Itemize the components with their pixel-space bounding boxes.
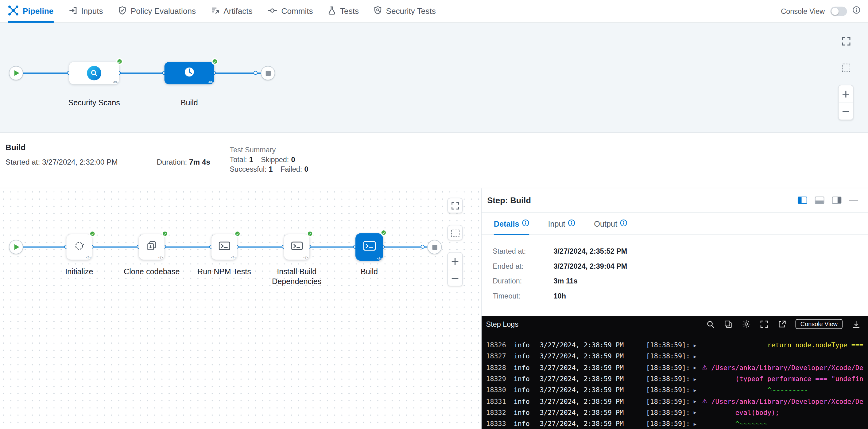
tab-output[interactable]: Output <box>594 213 627 234</box>
log-expand-arrow[interactable]: ▸ <box>694 421 702 427</box>
warning-icon: ⚠ <box>702 398 711 405</box>
detail-row: Ended at: 3/27/2024, 2:39:04 PM <box>493 262 868 270</box>
stage-node-label: Build <box>153 97 225 107</box>
stage-edge <box>23 72 261 74</box>
tab-policy-evaluations[interactable]: Policy Evaluations <box>118 0 196 22</box>
download-icon[interactable] <box>852 320 860 328</box>
tab-commits[interactable]: Commits <box>267 0 313 22</box>
marquee-icon <box>842 64 850 72</box>
success-check-icon: ✓ <box>307 230 313 237</box>
step-node-initialize[interactable]: ✓ </> <box>66 234 92 260</box>
layout-right-panel-icon[interactable] <box>832 196 842 204</box>
success-check-icon: ✓ <box>162 230 168 237</box>
marquee-select-button[interactable] <box>447 225 463 240</box>
log-expand-arrow[interactable]: ▸ <box>694 398 702 404</box>
log-expand-arrow[interactable]: ▸ <box>694 342 702 348</box>
log-expand-arrow[interactable]: ▸ <box>694 387 702 393</box>
fullscreen-icon[interactable] <box>760 320 768 328</box>
tab-input[interactable]: Input <box>548 213 575 234</box>
marquee-select-button[interactable] <box>840 62 851 73</box>
stage-title: Build <box>5 143 26 152</box>
search-icon[interactable] <box>706 320 715 328</box>
tab-label: Input <box>548 219 565 228</box>
external-link-icon[interactable] <box>778 320 786 328</box>
code-glyph: </> <box>231 255 235 259</box>
settings-gear-icon[interactable] <box>742 320 751 329</box>
step-node-label: Initialize <box>43 267 115 276</box>
terminal-icon <box>363 240 375 254</box>
step-panel-title: Step: Build <box>487 195 531 205</box>
detail-row: Timeout: 10h <box>493 292 868 300</box>
stop-icon <box>266 71 270 75</box>
info-icon[interactable] <box>568 219 575 228</box>
fullscreen-button[interactable] <box>447 198 463 213</box>
copy-icon[interactable] <box>724 320 732 328</box>
started-at: Started at: 3/27/2024, 2:32:00 PM <box>5 158 118 166</box>
tests-icon <box>328 6 336 16</box>
step-graph-canvas: ✓ </> Initialize ✓ </> Clone codebase ✓ … <box>0 188 482 429</box>
zoom-in-button[interactable] <box>448 252 462 270</box>
stage-node-security-scans[interactable]: ✓ </> <box>69 62 119 84</box>
console-view-button[interactable]: Console View <box>796 319 842 329</box>
tab-label: Artifacts <box>223 7 252 16</box>
log-expand-arrow[interactable]: ▸ <box>694 410 702 416</box>
zoom-in-button[interactable] <box>839 85 853 102</box>
tab-details[interactable]: Details <box>494 213 529 234</box>
nav-right-controls: Console View <box>781 6 860 16</box>
log-row: 18327info3/27/2024, 2:38:59 PM[18:38:59]… <box>482 351 868 362</box>
terminal-icon <box>219 241 230 253</box>
zoom-out-button[interactable] <box>448 270 462 287</box>
info-icon[interactable] <box>852 6 860 16</box>
tab-pipeline[interactable]: Pipeline <box>8 0 53 22</box>
layout-bottom-panel-icon[interactable] <box>815 196 825 204</box>
tab-label: Tests <box>340 7 359 16</box>
panel-layout-controls: — <box>798 196 858 204</box>
fullscreen-button[interactable] <box>840 35 851 47</box>
app-root: Pipeline Inputs Policy Evaluations Artif… <box>0 0 868 429</box>
log-row: 18331info3/27/2024, 2:38:59 PM[18:38:59]… <box>482 396 868 407</box>
test-summary-row: Successful:1Failed:0 <box>229 164 316 175</box>
step-details-panel: Step: Build — Details Input Output <box>482 188 868 429</box>
stop-icon <box>432 244 437 249</box>
code-glyph: </> <box>86 255 90 259</box>
step-node-clone-codebase[interactable]: ✓ </> <box>139 234 164 260</box>
log-expand-arrow[interactable]: ▸ <box>694 354 702 360</box>
step-node-install-build-dependencies[interactable]: ✓ </> <box>284 234 309 260</box>
tab-label: Policy Evaluations <box>131 7 196 16</box>
step-node-build[interactable]: ✓ </> <box>355 233 383 261</box>
tab-label: Commits <box>281 7 313 16</box>
log-expand-arrow[interactable]: ▸ <box>694 376 702 382</box>
code-glyph: </> <box>208 80 212 84</box>
inputs-icon <box>68 6 78 16</box>
step-node-label: Run NPM Tests <box>188 267 260 276</box>
info-icon[interactable] <box>522 219 529 228</box>
success-check-icon: ✓ <box>89 230 96 237</box>
zoom-out-button[interactable] <box>839 102 853 120</box>
tab-inputs[interactable]: Inputs <box>68 0 103 22</box>
step-node-run-npm-tests[interactable]: ✓ </> <box>212 234 237 260</box>
minimize-panel-icon[interactable]: — <box>849 197 858 203</box>
clone-codebase-icon <box>146 240 157 254</box>
tab-tests[interactable]: Tests <box>328 0 359 22</box>
console-view-toggle[interactable] <box>830 6 847 16</box>
stage-node-build[interactable]: ✓ </> <box>164 62 214 84</box>
stage-summary-bar: Build Started at: 3/27/2024, 2:32:00 PM … <box>0 133 868 188</box>
warning-icon: ⚠ <box>702 364 711 371</box>
layout-left-panel-icon[interactable] <box>798 196 807 204</box>
tab-security-tests[interactable]: Security Tests <box>374 0 436 22</box>
tab-label: Inputs <box>81 7 103 16</box>
log-expand-arrow[interactable]: ▸ <box>694 365 702 371</box>
info-icon[interactable] <box>620 219 627 228</box>
tab-artifacts[interactable]: Artifacts <box>211 0 253 22</box>
log-body: 18326info3/27/2024, 2:38:59 PM[18:38:59]… <box>482 332 868 429</box>
code-glyph: </> <box>377 256 381 261</box>
initialize-icon <box>74 240 85 254</box>
detail-row: Duration: 3m 11s <box>493 277 868 285</box>
tab-label: Security Tests <box>386 7 436 16</box>
test-summary-row: Total:1Skipped:0 <box>229 155 316 164</box>
log-toolbar: Console View <box>706 319 860 329</box>
success-check-icon: ✓ <box>380 229 387 236</box>
policy-evaluations-icon <box>118 6 127 16</box>
step-logs-header: Step Logs Console View <box>482 316 868 332</box>
step-panel-tabs: Details Input Output <box>482 213 868 235</box>
